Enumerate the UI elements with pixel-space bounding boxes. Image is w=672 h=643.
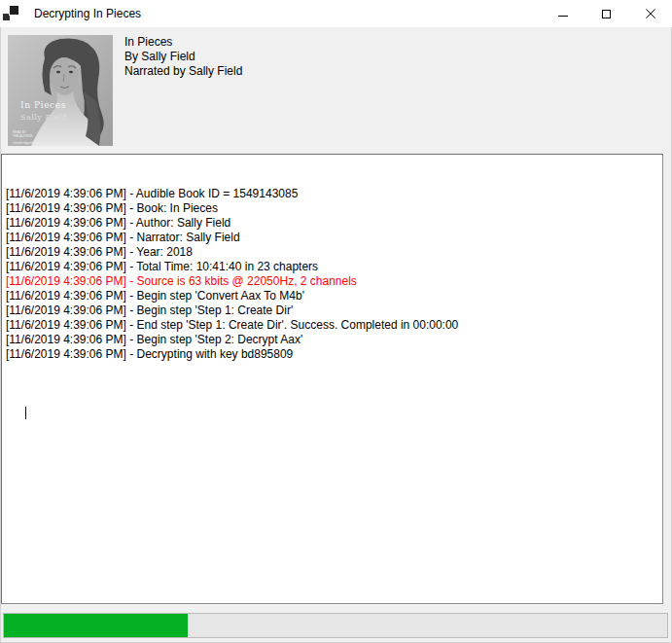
log-textbox[interactable]: [11/6/2019 4:39:06 PM] - Audible Book ID…: [1, 154, 663, 604]
log-line: [11/6/2019 4:39:06 PM] - Year: 2018: [6, 245, 662, 260]
book-title: In Pieces: [124, 35, 242, 50]
log-line: [11/6/2019 4:39:06 PM] - Total Time: 10:…: [6, 260, 662, 274]
maximize-button[interactable]: [584, 0, 628, 27]
progress-bar: [3, 613, 668, 638]
log-line: [11/6/2019 4:39:06 PM] - Author: Sally F…: [6, 216, 662, 231]
log-line: [11/6/2019 4:39:06 PM] - Narrator: Sally…: [6, 231, 662, 245]
caret-line: [6, 391, 662, 406]
app-icon: [3, 6, 18, 21]
caption-buttons: [541, 0, 672, 27]
minimize-button[interactable]: [541, 0, 584, 27]
log-line: [11/6/2019 4:39:06 PM] - Begin step 'Ste…: [6, 304, 662, 318]
text-caret: [25, 407, 26, 419]
cover-unabridged-text: Unabridged: [13, 140, 33, 145]
app-window: Decrypting In Pieces: [0, 0, 672, 643]
maximize-icon: [602, 10, 611, 18]
book-cover-image: In Pieces Sally Field READ BY THE AUTHOR…: [8, 35, 113, 146]
cover-author-text: Sally Field: [20, 113, 67, 122]
log-line: [11/6/2019 4:39:06 PM] - End step 'Step …: [6, 318, 662, 333]
minimize-icon: [558, 16, 568, 17]
book-narrator: Narrated by Sally Field: [124, 64, 242, 79]
cover-art: In Pieces Sally Field READ BY THE AUTHOR…: [8, 35, 113, 146]
cover-readby-line2: THE AUTHOR: [13, 134, 33, 138]
book-author: By Sally Field: [124, 50, 242, 64]
book-info: In Pieces By Sally Field Narrated by Sal…: [124, 35, 242, 79]
cover-title-text: In Pieces: [20, 100, 66, 110]
window-title: Decrypting In Pieces: [34, 0, 141, 27]
log-line: [11/6/2019 4:39:06 PM] - Book: In Pieces: [6, 201, 662, 216]
log-line: [11/6/2019 4:39:06 PM] - Decrypting with…: [6, 347, 662, 362]
log-line: [11/6/2019 4:39:06 PM] - Audible Book ID…: [6, 187, 662, 201]
log-lines: [11/6/2019 4:39:06 PM] - Audible Book ID…: [6, 187, 662, 362]
close-button[interactable]: [628, 0, 672, 27]
title-bar: Decrypting In Pieces: [0, 0, 672, 27]
close-icon: [646, 9, 655, 18]
log-line: [11/6/2019 4:39:06 PM] - Source is 63 kb…: [6, 274, 662, 289]
progress-fill: [4, 614, 188, 637]
log-line: [11/6/2019 4:39:06 PM] - Begin step 'Con…: [6, 289, 662, 304]
log-line: [11/6/2019 4:39:06 PM] - Begin step 'Ste…: [6, 333, 662, 347]
